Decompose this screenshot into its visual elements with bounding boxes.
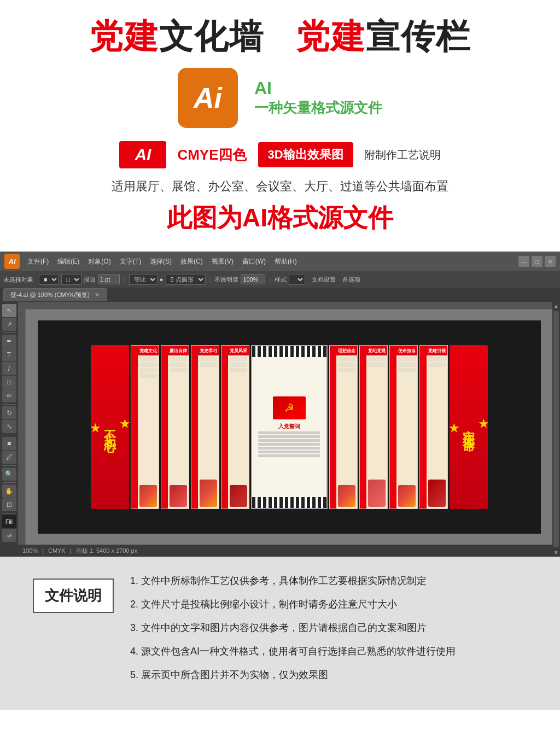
red-stripe-6: [360, 346, 366, 509]
panel2-content: 廉洁自律: [168, 346, 189, 509]
pencil-tool[interactable]: ✏: [2, 389, 16, 402]
stroke-label: 描边: [84, 276, 96, 284]
panel8-body: [427, 355, 447, 509]
pen-tool[interactable]: ✒: [2, 335, 16, 348]
fill-color[interactable]: Fill: [2, 515, 16, 528]
selection-tool[interactable]: ↖: [2, 304, 16, 317]
party-wall-design: ★ 不忘初心 ★ 党建文化: [85, 340, 493, 515]
opacity-input[interactable]: [241, 274, 265, 284]
left-text: 不忘初心: [102, 420, 118, 434]
center-bot-stripe: [252, 497, 326, 508]
note-item-1: 1. 文件中所标制作工艺仅供参考，具体制作工艺要根据实际情况制定: [130, 573, 527, 589]
notes-inner: 文件说明 1. 文件中所标制作工艺仅供参考，具体制作工艺要根据实际情况制定 2.…: [33, 573, 527, 690]
star-top-right: ★: [477, 417, 490, 433]
center-flag-area: ☭ 入党誓词: [252, 357, 326, 497]
menu-file[interactable]: 文件(F): [23, 255, 53, 268]
scale-select[interactable]: 等比: [129, 274, 158, 285]
type-tool[interactable]: T: [2, 348, 16, 361]
panel5-content: 理想信念: [336, 346, 357, 509]
color-mode: CMYK: [48, 547, 66, 554]
artboard-tool[interactable]: ⊡: [2, 498, 16, 511]
stroke-input[interactable]: [98, 274, 120, 284]
file-tab[interactable]: 壁-4.ai @ 100% (CMYK/预览) ✕: [3, 288, 107, 301]
panel-3: 党史学习: [191, 345, 219, 509]
window-buttons[interactable]: — □ ✕: [518, 256, 556, 267]
menu-view[interactable]: 视图(V): [207, 255, 238, 268]
doc-setup[interactable]: 文档设置: [312, 276, 336, 284]
title-promo-board: 宣传栏: [366, 17, 471, 55]
bottom-bar: 100% | CMYK | 画板 1: 5400 x 2700 px: [18, 545, 552, 557]
menu-window[interactable]: 窗口(W): [238, 255, 270, 268]
panel1-body: [138, 355, 159, 509]
ai-badge: AI: [119, 141, 166, 168]
red-stripe-4: [221, 346, 228, 509]
panel1-content: 党建文化: [138, 346, 159, 509]
menu-bar[interactable]: 文件(F) 编辑(E) 对象(O) 文字(T) 选择(S) 效果(C) 视图(V…: [23, 255, 301, 268]
menu-edit[interactable]: 编辑(E): [53, 255, 84, 268]
panel7-content: 使命担当: [396, 346, 417, 509]
gradient-tool[interactable]: ■: [2, 437, 16, 450]
close-button[interactable]: ✕: [545, 256, 556, 267]
panel7-body: [396, 355, 417, 509]
canvas-area: ↖ ↗ ✒ T / □ ✏ ↻ ⤡ ■ 🖊 🔍 ✋ ⊡ Fill ⇄: [0, 302, 560, 557]
star-bot-left: ★: [89, 422, 102, 437]
shape-select[interactable]: 5 点圆形: [166, 274, 206, 285]
notes-section: 文件说明 1. 文件中所标制作工艺仅供参考，具体制作工艺要根据实际情况制定 2.…: [0, 557, 560, 710]
first-item[interactable]: 首选项: [342, 276, 360, 284]
style-select[interactable]: [289, 274, 305, 285]
panel5-top: 理想信念: [336, 346, 357, 355]
direct-select-tool[interactable]: ↗: [2, 318, 16, 331]
menu-select[interactable]: 选择(S): [145, 255, 176, 268]
close-tab-button[interactable]: ✕: [95, 291, 100, 298]
mini-img-3: [200, 480, 217, 507]
panel-4: 党员风采: [221, 345, 249, 509]
panel3-top: 党史学习: [198, 346, 219, 355]
stroke-select[interactable]: □: [61, 274, 81, 285]
fill-select[interactable]: ■: [39, 274, 59, 285]
file-tab-name: 壁-4.ai @ 100% (CMYK/预览): [10, 291, 90, 298]
canvas-inner[interactable]: ★ 不忘初心 ★ 党建文化: [38, 320, 541, 534]
panel-7: 使命担当: [389, 345, 418, 509]
maximize-button[interactable]: □: [532, 256, 542, 267]
left-toolbar: ↖ ↗ ✒ T / □ ✏ ↻ ⤡ ■ 🖊 🔍 ✋ ⊡ Fill ⇄: [0, 302, 18, 557]
ai-format-desc: 一种矢量格式源文件: [254, 98, 382, 118]
zoom-tool[interactable]: 🔍: [2, 468, 16, 481]
hand-tool[interactable]: ✋: [2, 484, 16, 498]
menu-object[interactable]: 对象(O): [84, 255, 115, 268]
menu-effect[interactable]: 效果(C): [176, 255, 207, 268]
scroll-down-arrow[interactable]: ▼: [553, 550, 559, 556]
ai-format-label: AI: [254, 78, 382, 98]
center-top-stripe: [252, 346, 326, 357]
scroll-up-arrow[interactable]: ▲: [553, 303, 559, 309]
panel-2: 廉洁自律: [161, 345, 189, 509]
red-stripe-5: [330, 346, 336, 509]
panel1-top: 党建文化: [138, 346, 159, 355]
swap-colors[interactable]: ⇄: [2, 529, 16, 542]
star-top-left: ★: [118, 417, 131, 433]
menu-type[interactable]: 文字(T): [115, 255, 145, 268]
top-section: 党建文化墙 党建宣传栏 Ai AI 一种矢量格式源文件 AI CMYE四色 3D…: [0, 0, 560, 252]
panel6-top: 党纪党规: [366, 346, 387, 355]
scale-tool[interactable]: ⤡: [2, 420, 16, 433]
ai-desc: AI 一种矢量格式源文件: [254, 78, 382, 118]
rect-tool[interactable]: □: [2, 376, 16, 389]
right-text: 牢记使命: [460, 420, 477, 434]
panel-5: 理想信念: [329, 345, 358, 509]
vertical-ruler: [18, 309, 26, 545]
center-panel: ☭ 入党誓词: [251, 345, 328, 509]
main-canvas: ★ 不忘初心 ★ 党建文化: [18, 302, 552, 557]
panel-1: 党建文化: [131, 345, 159, 509]
mini-img-1: [139, 485, 157, 507]
panel7-top: 使命担当: [396, 346, 417, 355]
rotate-tool[interactable]: ↻: [2, 406, 16, 419]
minimize-button[interactable]: —: [518, 256, 529, 267]
panel4-content: 党员风采: [228, 346, 249, 509]
right-scrollbar[interactable]: ▲ ▼: [552, 302, 560, 557]
output-3d-badge: 3D输出效果图: [258, 142, 353, 167]
scroll-thumb[interactable]: [553, 311, 559, 547]
flag-emblem: ☭: [273, 396, 306, 419]
line-tool[interactable]: /: [2, 362, 16, 375]
panel2-body: [168, 355, 189, 509]
eyedrop-tool[interactable]: 🖊: [2, 451, 16, 464]
menu-help[interactable]: 帮助(H): [270, 255, 301, 268]
